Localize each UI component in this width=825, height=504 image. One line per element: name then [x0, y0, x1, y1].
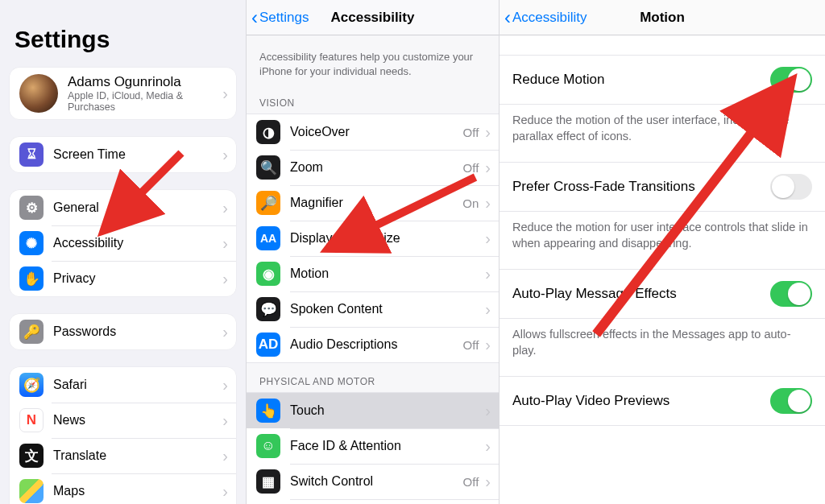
chevron-right-icon: › — [222, 199, 228, 217]
settings-sidebar: Settings Adams Ogunrinola Apple ID, iClo… — [0, 0, 246, 504]
status: Off — [463, 161, 479, 175]
translate-icon: 文 — [19, 444, 44, 468]
desc-reduce-motion: Reduce the motion of the user interface,… — [500, 105, 825, 163]
label: General — [53, 200, 219, 215]
sidebar-item-translate[interactable]: 文 Translate › — [10, 438, 236, 473]
label: VoiceOver — [290, 125, 463, 139]
item-reduce-motion[interactable]: Reduce Motion — [500, 56, 825, 105]
chevron-right-icon: › — [222, 376, 228, 395]
navbar: ‹ Accessibility Motion — [500, 0, 825, 35]
avatar — [19, 74, 58, 113]
sidebar-item-passwords[interactable]: 🔑 Passwords › — [10, 314, 236, 349]
item-magnifier[interactable]: 🔎 Magnifier On › — [247, 185, 499, 221]
label: Zoom — [290, 160, 463, 175]
motion-panel: ‹ Accessibility Motion Reduce Motion Red… — [500, 0, 825, 504]
status: On — [462, 196, 479, 210]
profile-name: Adams Ogunrinola — [68, 74, 219, 90]
touch-icon: 👆 — [256, 399, 280, 423]
chevron-right-icon: › — [222, 323, 228, 341]
sidebar-item-privacy[interactable]: ✋ Privacy › — [10, 261, 236, 296]
item-autoplay-msg[interactable]: Auto-Play Message Effects — [500, 270, 825, 319]
sidebar-item-maps[interactable]: Maps › — [10, 473, 236, 504]
navbar: ‹ Settings Accessibility — [247, 0, 499, 35]
motor-list: 👆 Touch › ☺ Face ID & Attention › ▦ Swit… — [247, 392, 499, 504]
item-motion[interactable]: ◉ Motion › — [247, 256, 499, 291]
chevron-right-icon: › — [222, 234, 228, 253]
status: Off — [463, 475, 479, 489]
accessibility-icon: 󠀠✺ — [19, 231, 44, 255]
sidebar-item-news[interactable]: N News › — [10, 403, 236, 438]
back-label: Accessibility — [512, 10, 587, 26]
label: Translate — [53, 448, 219, 463]
item-voiceover[interactable]: ◑ VoiceOver Off › — [247, 114, 499, 150]
audio-desc-icon: AD — [256, 333, 280, 357]
item-zoom[interactable]: 🔍 Zoom Off › — [247, 150, 499, 185]
nav-title: Accessibility — [331, 10, 415, 26]
chevron-right-icon: › — [485, 265, 491, 283]
chevron-right-icon: › — [485, 229, 491, 248]
zoom-icon: 🔍 — [256, 155, 280, 180]
toggle-autoplay-msg[interactable] — [770, 281, 812, 307]
item-voice-control[interactable]: 🗣 Voice Control Off › — [247, 499, 499, 504]
chevron-right-icon: › — [485, 194, 491, 213]
gear-icon: ⚙︎ — [19, 196, 44, 220]
profile-row[interactable]: Adams Ogunrinola Apple ID, iCloud, Media… — [10, 68, 236, 119]
label: Switch Control — [290, 474, 463, 489]
chevron-right-icon: › — [485, 300, 491, 319]
toggle-cross-fade[interactable] — [770, 174, 812, 200]
toggle-autoplay-video[interactable] — [770, 388, 812, 414]
status: Off — [463, 126, 479, 139]
sidebar-item-accessibility[interactable]: 󠀠✺ Accessibility › — [10, 225, 236, 261]
chevron-right-icon: › — [222, 411, 228, 430]
safari-icon: 🧭 — [19, 373, 44, 397]
accessibility-panel: ‹ Settings Accessibility Accessibility f… — [246, 0, 500, 504]
chevron-right-icon: › — [485, 402, 491, 420]
label: Prefer Cross-Fade Transitions — [512, 179, 770, 195]
item-switch-control[interactable]: ▦ Switch Control Off › — [247, 464, 499, 499]
back-button[interactable]: ‹ Settings — [251, 10, 309, 26]
page-title: Settings — [15, 26, 236, 53]
hand-icon: ✋ — [19, 266, 44, 291]
label: Motion — [290, 266, 482, 281]
back-button[interactable]: ‹ Accessibility — [504, 10, 587, 26]
vision-list: ◑ VoiceOver Off › 🔍 Zoom Off › 🔎 Magnifi… — [247, 114, 499, 363]
item-cross-fade[interactable]: Prefer Cross-Fade Transitions — [500, 163, 825, 212]
label: News — [53, 413, 219, 428]
item-faceid[interactable]: ☺ Face ID & Attention › — [247, 428, 499, 464]
news-icon: N — [19, 408, 44, 432]
status: Off — [463, 338, 479, 352]
item-audio-descriptions[interactable]: AD Audio Descriptions Off › — [247, 327, 499, 362]
chevron-right-icon: › — [222, 482, 228, 501]
item-touch[interactable]: 👆 Touch › — [247, 393, 499, 428]
intro-text: Accessibility features help you customiz… — [247, 35, 499, 85]
toggle-reduce-motion[interactable] — [770, 67, 812, 93]
nav-title: Motion — [640, 10, 685, 26]
label: Privacy — [53, 271, 219, 286]
chevron-right-icon: › — [485, 159, 491, 177]
label: Display & Text Size — [290, 231, 482, 246]
label: Magnifier — [290, 196, 462, 210]
label: Maps — [53, 484, 219, 498]
profile-sub: Apple ID, iCloud, Media & Purchases — [68, 90, 219, 113]
label: Passwords — [53, 324, 219, 339]
key-icon: 🔑 — [19, 320, 44, 344]
chevron-right-icon: › — [222, 146, 228, 164]
label: Screen Time — [53, 147, 219, 162]
sidebar-item-general[interactable]: ⚙︎ General › — [10, 190, 236, 225]
chevron-right-icon: › — [485, 437, 491, 456]
desc-autoplay-msg: Allows fullscreen effects in the Message… — [500, 319, 825, 377]
section-header-motor: PHYSICAL AND MOTOR — [247, 363, 499, 392]
item-autoplay-video[interactable]: Auto-Play Video Previews — [500, 377, 825, 426]
chevron-right-icon: › — [485, 473, 491, 491]
motion-icon: ◉ — [256, 262, 280, 286]
label: Spoken Content — [290, 302, 482, 316]
magnifier-icon: 🔎 — [256, 191, 280, 215]
label: Touch — [290, 403, 482, 418]
sidebar-item-safari[interactable]: 🧭 Safari › — [10, 367, 236, 403]
sidebar-item-screen-time[interactable]: ⌛︎ Screen Time › — [10, 137, 236, 172]
label: Auto-Play Video Previews — [512, 393, 770, 409]
back-label: Settings — [259, 10, 309, 26]
label: Safari — [53, 378, 219, 392]
item-spoken-content[interactable]: 💬 Spoken Content › — [247, 291, 499, 327]
item-display-text-size[interactable]: AA Display & Text Size › — [247, 221, 499, 256]
